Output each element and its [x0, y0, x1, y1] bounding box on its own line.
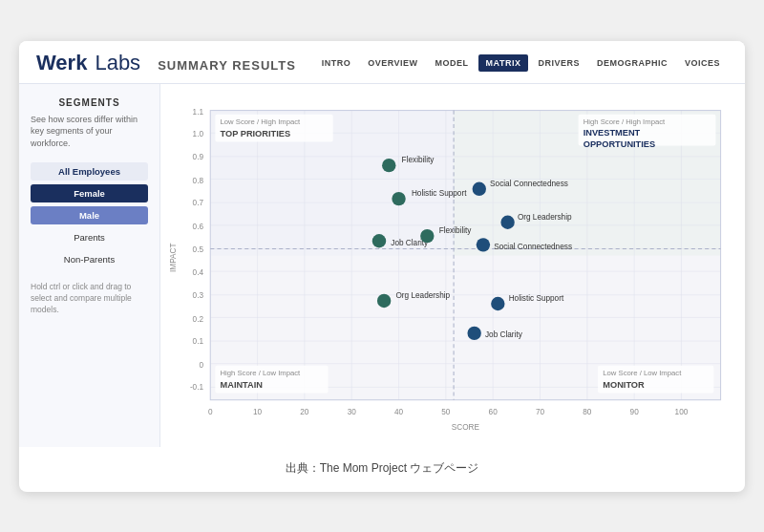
segment-item-female[interactable]: Female	[31, 184, 148, 202]
svg-text:Holistic Support: Holistic Support	[412, 188, 467, 197]
svg-text:INVESTMENT: INVESTMENT	[584, 128, 641, 138]
nav-tab-voices[interactable]: VOICES	[677, 54, 728, 72]
data-point	[491, 296, 504, 309]
svg-text:90: 90	[630, 408, 640, 416]
svg-text:Flexibility: Flexibility	[439, 226, 473, 235]
svg-text:0.3: 0.3	[193, 290, 204, 299]
header-title: SUMMARY RESULTS	[158, 58, 296, 73]
svg-text:0: 0	[199, 360, 203, 369]
chart-area: 0 10 20 30 40 50 60 70 80 90 100 SCORE 1…	[160, 84, 745, 447]
chart-container: 0 10 20 30 40 50 60 70 80 90 100 SCORE 1…	[166, 96, 735, 439]
logo-area: WerkLabs SUMMARY RESULTS	[36, 51, 296, 75]
svg-text:OPPORTUNITIES: OPPORTUNITIES	[584, 138, 655, 148]
svg-text:Org Leadership: Org Leadership	[518, 212, 572, 221]
data-point	[473, 181, 486, 195]
svg-text:Low Score / Low Impact: Low Score / Low Impact	[603, 369, 682, 377]
svg-text:SCORE: SCORE	[452, 422, 480, 431]
svg-text:Holistic Support: Holistic Support	[509, 293, 564, 302]
svg-text:30: 30	[348, 408, 357, 416]
svg-text:50: 50	[441, 408, 451, 416]
svg-text:IMPACT: IMPACT	[169, 243, 178, 271]
data-point	[382, 158, 395, 171]
data-point	[420, 228, 434, 242]
svg-text:0.9: 0.9	[193, 152, 204, 160]
main-content: SEGMENTS See how scores differ within ke…	[19, 84, 745, 447]
nav-tab-demographic[interactable]: DEMOGRAPHIC	[589, 54, 675, 72]
svg-text:0.8: 0.8	[193, 176, 204, 184]
svg-text:Job Clarity: Job Clarity	[485, 330, 523, 338]
segment-item-male[interactable]: Male	[31, 206, 148, 224]
svg-text:0.6: 0.6	[193, 222, 204, 230]
svg-text:High Score / Low Impact: High Score / Low Impact	[221, 369, 302, 377]
nav-tab-model[interactable]: MODEL	[428, 54, 477, 72]
svg-text:40: 40	[394, 408, 404, 416]
sidebar-description: See how scores differ within key segment…	[31, 114, 148, 150]
svg-text:0.5: 0.5	[193, 245, 204, 253]
main-card: WerkLabs SUMMARY RESULTS INTROOVERVIEWMO…	[19, 41, 745, 492]
svg-text:Social Connectedness: Social Connectedness	[494, 243, 572, 251]
svg-text:0: 0	[208, 408, 213, 416]
data-point	[377, 293, 391, 307]
scatter-chart: 0 10 20 30 40 50 60 70 80 90 100 SCORE 1…	[166, 96, 735, 439]
data-point	[477, 238, 490, 251]
svg-text:High Score / High Impact: High Score / High Impact	[584, 117, 666, 125]
data-point	[467, 326, 480, 339]
nav-tab-intro[interactable]: INTRO	[314, 54, 359, 72]
sidebar: SEGMENTS See how scores differ within ke…	[19, 84, 160, 447]
svg-text:10: 10	[253, 408, 263, 416]
svg-text:MONITOR: MONITOR	[603, 380, 645, 390]
nav-tab-overview[interactable]: OVERVIEW	[360, 54, 425, 72]
svg-text:TOP PRIORITIES: TOP PRIORITIES	[221, 129, 291, 138]
svg-text:100: 100	[675, 408, 689, 416]
nav-tab-drivers[interactable]: DRIVERS	[530, 54, 587, 72]
svg-text:-0.1: -0.1	[190, 383, 204, 392]
caption: 出典：The Mom Project ウェブページ	[19, 455, 745, 480]
logo-labs: Labs	[95, 51, 140, 75]
nav-tab-matrix[interactable]: MATRIX	[478, 54, 529, 72]
data-point	[372, 234, 386, 247]
data-point	[392, 191, 405, 204]
svg-text:Org Leadership: Org Leadership	[395, 290, 450, 299]
sidebar-hint: Hold ctrl or click and drag to select an…	[31, 282, 148, 316]
svg-text:0.7: 0.7	[193, 199, 204, 207]
svg-text:1.1: 1.1	[193, 107, 204, 116]
svg-text:60: 60	[489, 408, 499, 416]
segment-list: All EmployeesFemaleMaleParentsNon-Parent…	[31, 162, 148, 268]
header: WerkLabs SUMMARY RESULTS INTROOVERVIEWMO…	[19, 41, 745, 84]
svg-text:MAINTAIN: MAINTAIN	[221, 380, 264, 390]
svg-text:70: 70	[536, 408, 545, 416]
segment-item-non-parents[interactable]: Non-Parents	[31, 250, 148, 268]
svg-text:Low Score / High Impact: Low Score / High Impact	[221, 117, 302, 125]
logo-werk: Werk	[36, 51, 87, 75]
svg-text:80: 80	[583, 408, 592, 416]
svg-text:0.4: 0.4	[193, 268, 204, 277]
data-point	[500, 215, 514, 228]
svg-text:0.1: 0.1	[193, 337, 204, 346]
svg-text:0.2: 0.2	[193, 314, 204, 323]
svg-text:Social Connectedness: Social Connectedness	[490, 179, 568, 187]
segment-item-parents[interactable]: Parents	[31, 228, 148, 246]
svg-text:1.0: 1.0	[193, 130, 204, 138]
svg-text:20: 20	[300, 408, 309, 416]
segment-item-all-employees[interactable]: All Employees	[31, 162, 148, 181]
nav-tabs: INTROOVERVIEWMODELMATRIXDRIVERSDEMOGRAPH…	[314, 54, 728, 72]
sidebar-title: SEGMENTS	[31, 97, 148, 108]
svg-text:Flexibility: Flexibility	[402, 156, 435, 164]
